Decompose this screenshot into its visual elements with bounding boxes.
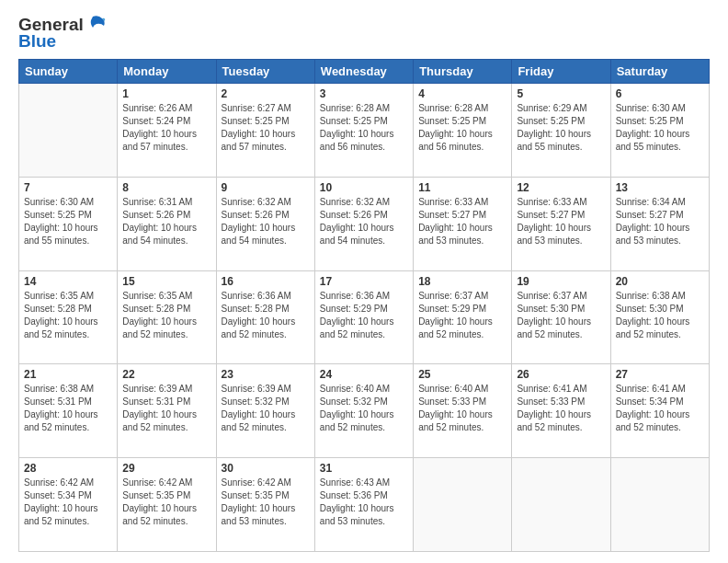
day-info: Sunrise: 6:39 AM Sunset: 5:32 PM Dayligh… (222, 383, 310, 434)
calendar-day-cell: 12Sunrise: 6:33 AM Sunset: 5:27 PM Dayli… (512, 177, 610, 270)
day-info: Sunrise: 6:32 AM Sunset: 5:26 PM Dayligh… (320, 196, 408, 247)
day-info: Sunrise: 6:35 AM Sunset: 5:28 PM Dayligh… (122, 290, 210, 341)
day-number: 25 (418, 368, 506, 381)
calendar-page: General Blue SundayMondayTuesdayWednesda… (0, 0, 728, 563)
day-info: Sunrise: 6:36 AM Sunset: 5:29 PM Dayligh… (320, 290, 408, 341)
calendar-day-cell: 17Sunrise: 6:36 AM Sunset: 5:29 PM Dayli… (314, 270, 413, 364)
day-number: 9 (222, 181, 310, 194)
day-number: 30 (222, 462, 310, 475)
day-number: 3 (320, 87, 408, 100)
day-info: Sunrise: 6:34 AM Sunset: 5:27 PM Dayligh… (616, 196, 704, 247)
day-number: 5 (517, 87, 605, 100)
day-number: 13 (616, 181, 704, 194)
calendar-day-cell: 28Sunrise: 6:42 AM Sunset: 5:34 PM Dayli… (19, 458, 118, 552)
calendar-day-cell: 8Sunrise: 6:31 AM Sunset: 5:26 PM Daylig… (118, 177, 216, 270)
calendar-day-cell: 22Sunrise: 6:39 AM Sunset: 5:31 PM Dayli… (118, 364, 216, 458)
calendar-day-cell: 1Sunrise: 6:26 AM Sunset: 5:24 PM Daylig… (118, 84, 216, 178)
weekday-header-monday: Monday (118, 60, 216, 84)
calendar-day-cell: 21Sunrise: 6:38 AM Sunset: 5:31 PM Dayli… (19, 364, 118, 458)
day-number: 24 (320, 368, 408, 381)
calendar-table: SundayMondayTuesdayWednesdayThursdayFrid… (18, 59, 710, 552)
day-info: Sunrise: 6:31 AM Sunset: 5:26 PM Dayligh… (122, 196, 210, 247)
calendar-day-cell: 16Sunrise: 6:36 AM Sunset: 5:28 PM Dayli… (216, 270, 314, 364)
day-number: 31 (320, 462, 408, 475)
day-number: 28 (24, 462, 112, 475)
day-info: Sunrise: 6:28 AM Sunset: 5:25 PM Dayligh… (418, 102, 506, 154)
day-number: 16 (222, 275, 310, 288)
day-number: 12 (517, 181, 605, 194)
day-info: Sunrise: 6:40 AM Sunset: 5:32 PM Dayligh… (320, 383, 408, 434)
calendar-day-cell: 26Sunrise: 6:41 AM Sunset: 5:33 PM Dayli… (512, 364, 610, 458)
calendar-day-cell: 10Sunrise: 6:32 AM Sunset: 5:26 PM Dayli… (314, 177, 413, 270)
day-info: Sunrise: 6:26 AM Sunset: 5:24 PM Dayligh… (122, 102, 210, 154)
calendar-day-cell: 30Sunrise: 6:42 AM Sunset: 5:35 PM Dayli… (216, 458, 314, 552)
calendar-week-row: 7Sunrise: 6:30 AM Sunset: 5:25 PM Daylig… (19, 177, 710, 270)
day-info: Sunrise: 6:30 AM Sunset: 5:25 PM Dayligh… (616, 102, 704, 154)
day-number: 15 (122, 275, 210, 288)
calendar-day-cell: 11Sunrise: 6:33 AM Sunset: 5:27 PM Dayli… (414, 177, 512, 270)
logo-bird-icon (85, 15, 106, 31)
day-info: Sunrise: 6:42 AM Sunset: 5:35 PM Dayligh… (222, 477, 310, 528)
day-number: 18 (418, 275, 506, 288)
calendar-day-cell: 2Sunrise: 6:27 AM Sunset: 5:25 PM Daylig… (216, 84, 314, 178)
calendar-day-cell: 27Sunrise: 6:41 AM Sunset: 5:34 PM Dayli… (610, 364, 709, 458)
day-number: 21 (24, 368, 112, 381)
day-info: Sunrise: 6:27 AM Sunset: 5:25 PM Dayligh… (222, 102, 310, 154)
calendar-day-cell: 31Sunrise: 6:43 AM Sunset: 5:36 PM Dayli… (314, 458, 413, 552)
calendar-day-cell: 23Sunrise: 6:39 AM Sunset: 5:32 PM Dayli… (216, 364, 314, 458)
calendar-day-cell: 24Sunrise: 6:40 AM Sunset: 5:32 PM Dayli… (314, 364, 413, 458)
day-number: 14 (24, 275, 112, 288)
day-info: Sunrise: 6:38 AM Sunset: 5:30 PM Dayligh… (616, 290, 704, 341)
weekday-header-wednesday: Wednesday (314, 60, 413, 84)
day-number: 8 (122, 181, 210, 194)
day-number: 2 (222, 87, 310, 100)
weekday-header-tuesday: Tuesday (216, 60, 314, 84)
day-info: Sunrise: 6:37 AM Sunset: 5:29 PM Dayligh… (418, 290, 506, 341)
weekday-header-friday: Friday (512, 60, 610, 84)
day-info: Sunrise: 6:29 AM Sunset: 5:25 PM Dayligh… (517, 102, 605, 154)
day-info: Sunrise: 6:35 AM Sunset: 5:28 PM Dayligh… (24, 290, 112, 341)
day-number: 23 (222, 368, 310, 381)
calendar-day-cell: 9Sunrise: 6:32 AM Sunset: 5:26 PM Daylig… (216, 177, 314, 270)
day-info: Sunrise: 6:36 AM Sunset: 5:28 PM Dayligh… (222, 290, 310, 341)
logo: General Blue (18, 15, 106, 52)
day-info: Sunrise: 6:43 AM Sunset: 5:36 PM Dayligh… (320, 477, 408, 528)
day-number: 11 (418, 181, 506, 194)
day-number: 4 (418, 87, 506, 100)
day-info: Sunrise: 6:41 AM Sunset: 5:34 PM Dayligh… (616, 383, 704, 434)
day-number: 1 (122, 87, 210, 100)
day-number: 20 (616, 275, 704, 288)
calendar-day-cell: 13Sunrise: 6:34 AM Sunset: 5:27 PM Dayli… (610, 177, 709, 270)
day-info: Sunrise: 6:32 AM Sunset: 5:26 PM Dayligh… (222, 196, 310, 247)
weekday-header-saturday: Saturday (610, 60, 709, 84)
day-number: 7 (24, 181, 112, 194)
calendar-day-cell: 7Sunrise: 6:30 AM Sunset: 5:25 PM Daylig… (19, 177, 118, 270)
day-number: 26 (517, 368, 605, 381)
day-info: Sunrise: 6:42 AM Sunset: 5:35 PM Dayligh… (122, 477, 210, 528)
calendar-day-cell: 4Sunrise: 6:28 AM Sunset: 5:25 PM Daylig… (414, 84, 512, 178)
day-info: Sunrise: 6:33 AM Sunset: 5:27 PM Dayligh… (517, 196, 605, 247)
day-info: Sunrise: 6:28 AM Sunset: 5:25 PM Dayligh… (320, 102, 408, 154)
calendar-day-cell (19, 84, 118, 178)
day-number: 6 (616, 87, 704, 100)
day-number: 10 (320, 181, 408, 194)
calendar-week-row: 21Sunrise: 6:38 AM Sunset: 5:31 PM Dayli… (19, 364, 710, 458)
calendar-day-cell: 5Sunrise: 6:29 AM Sunset: 5:25 PM Daylig… (512, 84, 610, 178)
calendar-day-cell (610, 458, 709, 552)
calendar-day-cell: 3Sunrise: 6:28 AM Sunset: 5:25 PM Daylig… (314, 84, 413, 178)
calendar-day-cell: 18Sunrise: 6:37 AM Sunset: 5:29 PM Dayli… (414, 270, 512, 364)
day-number: 17 (320, 275, 408, 288)
weekday-header-sunday: Sunday (19, 60, 118, 84)
day-info: Sunrise: 6:39 AM Sunset: 5:31 PM Dayligh… (122, 383, 210, 434)
calendar-day-cell: 19Sunrise: 6:37 AM Sunset: 5:30 PM Dayli… (512, 270, 610, 364)
calendar-day-cell: 29Sunrise: 6:42 AM Sunset: 5:35 PM Dayli… (118, 458, 216, 552)
calendar-day-cell: 6Sunrise: 6:30 AM Sunset: 5:25 PM Daylig… (610, 84, 709, 178)
day-info: Sunrise: 6:33 AM Sunset: 5:27 PM Dayligh… (418, 196, 506, 247)
weekday-header-thursday: Thursday (414, 60, 512, 84)
calendar-week-row: 1Sunrise: 6:26 AM Sunset: 5:24 PM Daylig… (19, 84, 710, 178)
day-number: 29 (122, 462, 210, 475)
calendar-day-cell (414, 458, 512, 552)
calendar-day-cell: 15Sunrise: 6:35 AM Sunset: 5:28 PM Dayli… (118, 270, 216, 364)
day-info: Sunrise: 6:41 AM Sunset: 5:33 PM Dayligh… (517, 383, 605, 434)
calendar-week-row: 28Sunrise: 6:42 AM Sunset: 5:34 PM Dayli… (19, 458, 710, 552)
